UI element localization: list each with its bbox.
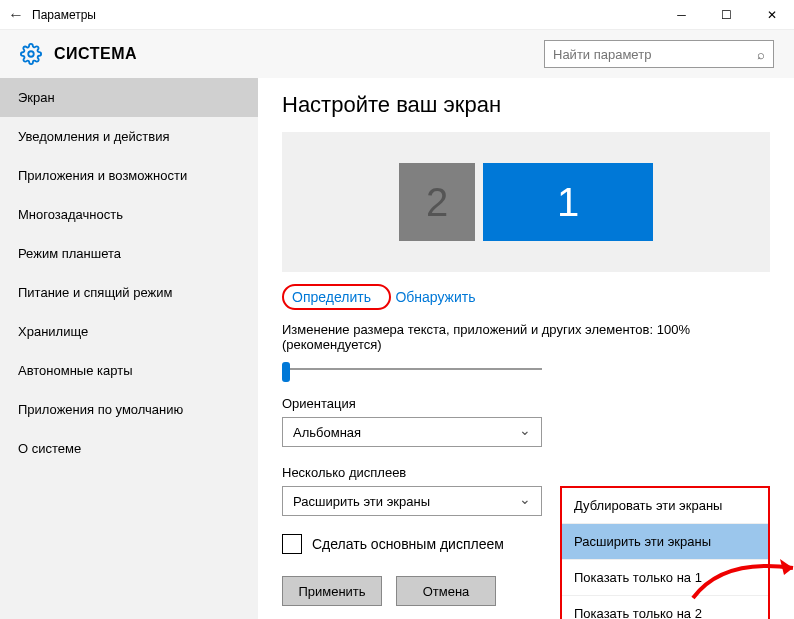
gear-icon — [20, 43, 42, 65]
close-button[interactable]: ✕ — [749, 0, 794, 30]
search-input[interactable] — [553, 47, 757, 62]
sidebar-item-storage[interactable]: Хранилище — [0, 312, 258, 351]
sidebar-item-tablet[interactable]: Режим планшета — [0, 234, 258, 273]
window-buttons: ─ ☐ ✕ — [659, 0, 794, 30]
scale-label: Изменение размера текста, приложений и д… — [282, 322, 770, 352]
minimize-button[interactable]: ─ — [659, 0, 704, 30]
orientation-select[interactable]: Альбомная — [282, 417, 542, 447]
dropdown-only1[interactable]: Показать только на 1 — [562, 560, 768, 596]
primary-label: Сделать основным дисплеем — [312, 536, 504, 552]
slider-track — [282, 368, 542, 370]
scale-slider[interactable] — [282, 360, 542, 378]
search-icon: ⌕ — [757, 47, 765, 62]
dropdown-duplicate[interactable]: Дублировать эти экраны — [562, 488, 768, 524]
orientation-label: Ориентация — [282, 396, 770, 411]
detect-link[interactable]: Обнаружить — [395, 289, 475, 305]
sidebar-item-multitasking[interactable]: Многозадачность — [0, 195, 258, 234]
sidebar-item-notifications[interactable]: Уведомления и действия — [0, 117, 258, 156]
sidebar-item-power[interactable]: Питание и спящий режим — [0, 273, 258, 312]
sidebar: Экран Уведомления и действия Приложения … — [0, 78, 258, 619]
sidebar-item-about[interactable]: О системе — [0, 429, 258, 468]
svg-point-0 — [28, 51, 34, 57]
sidebar-item-maps[interactable]: Автономные карты — [0, 351, 258, 390]
cancel-button[interactable]: Отмена — [396, 576, 496, 606]
slider-thumb[interactable] — [282, 362, 290, 382]
display-arrangement[interactable]: 2 1 — [282, 132, 770, 272]
dropdown-extend[interactable]: Расширить эти экраны — [562, 524, 768, 560]
titlebar: ← Параметры ─ ☐ ✕ — [0, 0, 794, 30]
orientation-value: Альбомная — [293, 425, 361, 440]
sidebar-item-display[interactable]: Экран — [0, 78, 258, 117]
identify-link[interactable]: Определить — [292, 289, 371, 305]
monitor-1[interactable]: 1 — [483, 163, 653, 241]
apply-button[interactable]: Применить — [282, 576, 382, 606]
header-title: СИСТЕМА — [54, 45, 137, 63]
sidebar-item-apps[interactable]: Приложения и возможности — [0, 156, 258, 195]
sidebar-item-default-apps[interactable]: Приложения по умолчанию — [0, 390, 258, 429]
window-title: Параметры — [32, 8, 96, 22]
highlight-identify: Определить — [282, 284, 391, 310]
multi-display-select[interactable]: Расширить эти экраны — [282, 486, 542, 516]
header: СИСТЕМА ⌕ — [0, 30, 794, 78]
multi-display-label: Несколько дисплеев — [282, 465, 770, 480]
multi-display-value: Расширить эти экраны — [293, 494, 430, 509]
dropdown-only2[interactable]: Показать только на 2 — [562, 596, 768, 619]
multi-display-dropdown: Дублировать эти экраны Расширить эти экр… — [560, 486, 770, 619]
monitor-2[interactable]: 2 — [399, 163, 475, 241]
back-icon[interactable]: ← — [8, 6, 32, 24]
display-actions: Определить Обнаружить — [282, 284, 770, 310]
content: Настройте ваш экран 2 1 Определить Обнар… — [258, 78, 794, 619]
search-box[interactable]: ⌕ — [544, 40, 774, 68]
primary-checkbox[interactable] — [282, 534, 302, 554]
maximize-button[interactable]: ☐ — [704, 0, 749, 30]
page-title: Настройте ваш экран — [282, 92, 770, 118]
